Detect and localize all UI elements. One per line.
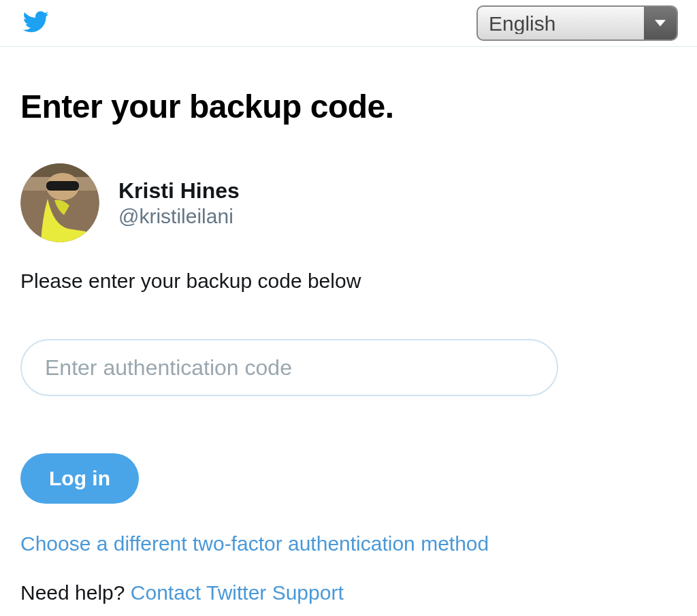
user-name: Kristi Hines: [118, 178, 240, 204]
twitter-logo-icon: [19, 8, 52, 38]
login-button[interactable]: Log in: [20, 453, 139, 504]
help-prefix: Need help?: [20, 581, 131, 604]
user-handle: @kristileilani: [118, 205, 240, 228]
main-content: Enter your backup code. Kristi Hines: [0, 47, 697, 616]
language-select[interactable]: English: [476, 5, 678, 41]
instruction-text: Please enter your backup code below: [20, 270, 677, 293]
user-info: Kristi Hines @kristileilani: [118, 178, 240, 228]
svg-rect-5: [46, 181, 79, 191]
alt-method-link[interactable]: Choose a different two-factor authentica…: [20, 532, 677, 555]
avatar: [20, 163, 99, 242]
page-title: Enter your backup code.: [20, 88, 677, 125]
contact-support-link[interactable]: Contact Twitter Support: [131, 581, 344, 604]
top-header: English: [0, 0, 697, 47]
auth-code-input[interactable]: [20, 339, 558, 396]
help-row: Need help? Contact Twitter Support: [20, 581, 677, 604]
user-row: Kristi Hines @kristileilani: [20, 163, 677, 242]
language-selector[interactable]: English: [476, 5, 678, 41]
